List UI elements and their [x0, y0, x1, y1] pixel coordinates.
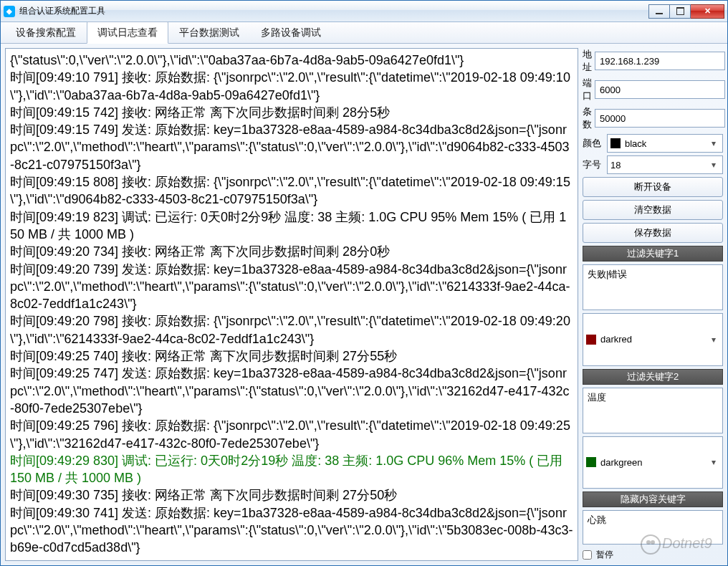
font-value: 18	[610, 160, 708, 171]
filter2-header: 过滤关键字2	[583, 369, 723, 385]
app-window: ◆ 组合认证系统配置工具 设备搜索配置 调试日志查看 平台数据测试 多路设备调试…	[0, 0, 728, 566]
log-line: 时间[09:49:25 740] 接收: 网络正常 离下次同步数据时间剩 27分…	[10, 347, 573, 365]
close-button[interactable]	[690, 4, 724, 19]
addr-label: 地址	[583, 48, 592, 74]
clear-button[interactable]: 清空数据	[583, 200, 723, 220]
tab-platform-test[interactable]: 平台数据测试	[168, 21, 250, 43]
chevron-down-icon: ▾	[708, 138, 719, 148]
filter2-color-swatch	[586, 457, 596, 467]
save-button[interactable]: 保存数据	[583, 223, 723, 243]
log-line: 时间[09:49:30 735] 接收: 网络正常 离下次同步数据时间剩 27分…	[10, 486, 573, 504]
hide-input[interactable]: 心跳	[583, 510, 723, 545]
pause-label: 暂停	[596, 549, 613, 561]
maximize-button[interactable]	[669, 4, 691, 19]
count-input[interactable]	[595, 109, 725, 128]
tab-multi-device[interactable]: 多路设备调试	[250, 21, 332, 43]
tabs: 设备搜索配置 调试日志查看 平台数据测试 多路设备调试	[1, 22, 727, 44]
titlebar: ◆ 组合认证系统配置工具	[1, 1, 727, 22]
tab-debug-log[interactable]: 调试日志查看	[87, 21, 168, 44]
filter2-input[interactable]: 温度	[583, 388, 723, 433]
window-controls	[649, 4, 724, 19]
log-line: 时间[09:49:15 749] 发送: 原始数据: key=1ba37328-…	[10, 121, 573, 173]
color-swatch	[610, 138, 621, 148]
font-select[interactable]: 18 ▾	[607, 155, 723, 174]
log-line: 时间[09:49:20 798] 接收: 原始数据: {\"jsonrpc\":…	[10, 312, 573, 347]
disconnect-button[interactable]: 断开设备	[583, 177, 723, 197]
log-line: 时间[09:49:25 796] 接收: 原始数据: {\"jsonrpc\":…	[10, 417, 573, 452]
log-line: 时间[09:49:20 739] 发送: 原始数据: key=1ba37328-…	[10, 261, 573, 313]
font-label: 字号	[583, 158, 604, 171]
chevron-down-icon: ▾	[708, 160, 719, 170]
log-line: 时间[09:49:30 741] 发送: 原始数据: key=1ba37328-…	[10, 504, 573, 557]
port-input[interactable]	[595, 80, 725, 99]
hide-header: 隐藏内容关键字	[583, 491, 723, 507]
log-line: {\"status\":0,\"ver\":\"2.0.0\"},\"id\":…	[10, 52, 573, 69]
filter1-input[interactable]: 失败|错误	[583, 264, 723, 310]
log-line: 时间[09:49:19 823] 调试: 已运行: 0天0时2分9秒 温度: 3…	[10, 208, 573, 244]
filter2-color-select[interactable]: darkgreen ▾	[583, 436, 723, 489]
log-line: 时间[09:49:15 808] 接收: 原始数据: {\"jsonrpc\":…	[10, 173, 573, 208]
filter1-color-swatch	[586, 335, 596, 345]
tab-device-search[interactable]: 设备搜索配置	[5, 21, 87, 43]
minimize-button[interactable]	[648, 4, 670, 19]
log-panel[interactable]: {\"status\":0,\"ver\":\"2.0.0\"},\"id\":…	[5, 48, 578, 561]
chevron-down-icon: ▾	[708, 335, 719, 345]
addr-input[interactable]	[595, 52, 725, 70]
window-title: 组合认证系统配置工具	[19, 5, 649, 17]
side-panel: 地址 端口 条数 颜色 black ▾ 字号	[583, 48, 723, 561]
color-value: black	[625, 138, 708, 149]
log-line: 时间[09:49:20 734] 接收: 网络正常 离下次同步数据时间剩 28分…	[10, 243, 573, 260]
color-select[interactable]: black ▾	[607, 134, 723, 153]
filter1-header: 过滤关键字1	[583, 246, 723, 262]
app-icon: ◆	[4, 6, 15, 17]
pause-checkbox[interactable]	[583, 550, 592, 560]
color-label: 颜色	[583, 137, 604, 150]
filter1-color-value: darkred	[600, 334, 708, 345]
chevron-down-icon: ▾	[708, 457, 719, 467]
log-line: 时间[09:49:15 742] 接收: 网络正常 离下次同步数据时间剩 28分…	[10, 104, 573, 121]
count-label: 条数	[583, 105, 592, 131]
filter1-color-select[interactable]: darkred ▾	[583, 313, 723, 366]
port-label: 端口	[583, 77, 592, 102]
filter2-color-value: darkgreen	[600, 457, 708, 468]
log-line: 时间[09:49:29 830] 调试: 已运行: 0天0时2分19秒 温度: …	[10, 452, 573, 487]
content-area: {\"status\":0,\"ver\":\"2.0.0\"},\"id\":…	[1, 44, 727, 565]
log-line: 时间[09:49:10 791] 接收: 原始数据: {\"jsonrpc\":…	[10, 69, 573, 104]
log-line: 时间[09:49:25 747] 发送: 原始数据: key=1ba37328-…	[10, 365, 573, 417]
